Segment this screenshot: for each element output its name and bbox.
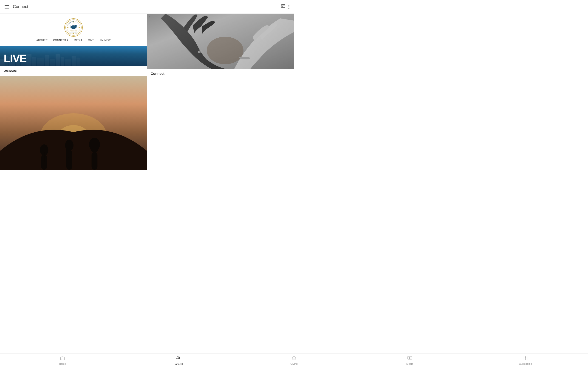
svg-rect-16: [26, 54, 32, 66]
svg-rect-19: [45, 55, 49, 66]
svg-rect-25: [77, 58, 80, 66]
nav-connect[interactable]: CONNECT ▾: [53, 39, 68, 42]
nav-im-new[interactable]: I'M NEW: [100, 39, 111, 42]
svg-text:FREEDOM: FREEDOM: [70, 31, 77, 32]
connect-photo-area: f: [147, 14, 294, 69]
website-top-area: FREEDOM HOUSTON BIBLE LIVE • LOVE • CHAN…: [0, 14, 147, 46]
svg-text:LIVE • LOVE • CHANGE: LIVE • LOVE • CHANGE: [69, 33, 78, 34]
svg-rect-17: [32, 57, 36, 66]
svg-rect-34: [66, 146, 69, 158]
connect-section-label: Connect: [147, 69, 294, 78]
svg-rect-24: [72, 56, 76, 66]
right-empty-area: [147, 78, 294, 170]
svg-rect-21: [56, 54, 60, 66]
svg-rect-22: [61, 57, 64, 66]
church-logo[interactable]: FREEDOM HOUSTON BIBLE LIVE • LOVE • CHAN…: [64, 18, 83, 37]
svg-rect-23: [65, 59, 71, 66]
svg-rect-20: [50, 59, 55, 66]
website-section-label: Website: [0, 66, 147, 76]
svg-point-37: [89, 138, 100, 151]
right-column: f Connect: [147, 14, 294, 170]
live-banner[interactable]: LIVE: [0, 46, 147, 66]
nav-give[interactable]: GIVE: [88, 39, 95, 42]
website-nav: ABOUT ▾ CONNECT ▾ MEDIA GIVE I'M NEW: [36, 37, 111, 43]
svg-point-40: [207, 37, 243, 64]
svg-rect-31: [44, 152, 44, 162]
more-options-icon[interactable]: [288, 5, 289, 9]
svg-rect-36: [92, 152, 98, 170]
bottom-sunset-image: [0, 76, 147, 170]
live-label: LIVE: [4, 53, 26, 64]
left-column: FREEDOM HOUSTON BIBLE LIVE • LOVE • CHAN…: [0, 14, 147, 170]
svg-text:FELLOWSHIP: FELLOWSHIP: [68, 21, 74, 26]
app-title: Connect: [13, 4, 28, 9]
nav-about[interactable]: ABOUT ▾: [36, 39, 48, 42]
chat-icon[interactable]: [281, 4, 286, 10]
nav-media[interactable]: MEDIA: [74, 39, 82, 42]
hamburger-menu-icon[interactable]: [5, 5, 9, 8]
svg-rect-18: [37, 58, 44, 66]
facebook-icon: f: [149, 16, 149, 19]
main-content: FREEDOM HOUSTON BIBLE LIVE • LOVE • CHAN…: [0, 14, 294, 170]
website-panel: FREEDOM HOUSTON BIBLE LIVE • LOVE • CHAN…: [0, 14, 147, 76]
app-header: Connect: [0, 0, 294, 14]
svg-rect-0: [281, 4, 285, 7]
svg-point-6: [75, 25, 77, 27]
